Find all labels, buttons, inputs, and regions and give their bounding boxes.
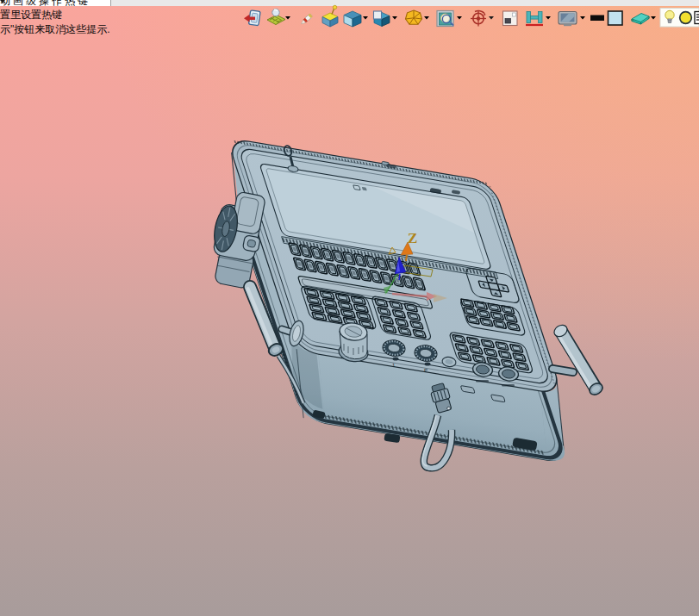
svg-text:Z: Z xyxy=(408,230,417,246)
svg-text:P: P xyxy=(424,368,428,373)
